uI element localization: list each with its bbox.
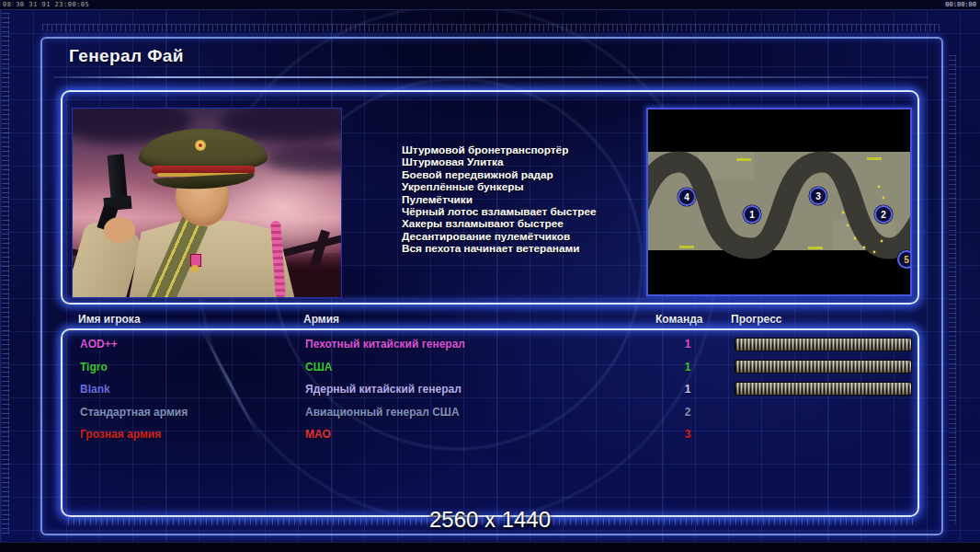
abilities-list: Штурмовой бронетранспортёр Штурмовая Ули…	[402, 144, 650, 256]
resolution-label: 2560 x 1440	[0, 507, 980, 533]
player-army: Пехотный китайский генерал	[305, 338, 465, 351]
player-army: США	[305, 361, 332, 374]
column-header-army: Армия	[303, 313, 339, 326]
title-divider	[53, 76, 929, 78]
svg-text:4: 4	[684, 192, 689, 202]
column-header-team: Команда	[655, 313, 702, 326]
svg-text:5: 5	[904, 255, 909, 265]
top-status-strip	[0, 0, 980, 10]
svg-text:3: 3	[815, 191, 821, 201]
player-team: 1	[674, 361, 701, 374]
portrait-hand	[104, 217, 135, 243]
player-team: 2	[674, 406, 701, 419]
player-team: 1	[674, 383, 701, 396]
player-name: Blank	[80, 383, 110, 396]
minimap-image: 4 1 3 2 5	[648, 109, 910, 294]
ability-item: Боевой передвижной радар	[402, 169, 650, 181]
progress-bar	[735, 382, 912, 396]
spawn-marker-1: 1	[743, 205, 762, 224]
ability-item: Чёрный лотос взламывает быстрее	[402, 206, 650, 218]
spawn-marker-3: 3	[809, 187, 828, 206]
page-title: Генерал Фай	[69, 46, 184, 66]
player-army: Ядерный китайский генерал	[305, 383, 462, 396]
player-team: 3	[674, 428, 701, 441]
column-header-name: Имя игрока	[78, 313, 141, 326]
minimap: 4 1 3 2 5	[646, 108, 912, 296]
player-name: AOD++	[80, 338, 118, 351]
player-name: Стандартная армия	[80, 406, 188, 419]
spawn-marker-4: 4	[678, 188, 697, 207]
player-name: Tigro	[80, 361, 108, 374]
ability-item: Пулемётчики	[402, 194, 650, 206]
top-ruler	[42, 24, 940, 31]
ability-item: Хакеры взламывают быстрее	[402, 218, 650, 230]
ability-item: Штурмовой бронетранспортёр	[402, 144, 650, 156]
spawn-marker-2: 2	[874, 205, 894, 224]
players-table: AOD++ Пехотный китайский генерал 1 Tigro…	[61, 328, 919, 517]
debug-counter-text: 08 30 31 91 23:00:05	[3, 1, 89, 9]
timer-text: 00:00:00	[945, 1, 976, 9]
general-portrait	[72, 108, 342, 298]
player-army: МАО	[305, 428, 331, 441]
progress-bar	[735, 338, 912, 351]
player-name: Грозная армия	[80, 428, 161, 441]
loading-screen: 08 30 31 91 23:00:05 00:00:00 Генерал Фа…	[0, 0, 980, 552]
progress-bar	[735, 360, 912, 374]
svg-text:1: 1	[749, 210, 755, 220]
bottom-status-strip	[0, 542, 980, 552]
player-army: Авиационный генерал США	[305, 406, 460, 419]
player-team: 1	[674, 338, 701, 351]
cap-badge-dot	[199, 144, 202, 147]
right-ruler	[949, 55, 956, 524]
ability-item: Укреплённые бункеры	[402, 181, 650, 193]
ability-item: Вся пехота начинает ветеранами	[402, 243, 650, 255]
ability-item: Штурмовая Улитка	[402, 156, 650, 168]
column-header-progress: Прогресс	[731, 313, 781, 326]
svg-text:2: 2	[881, 210, 886, 220]
ability-item: Десантирование пулемётчиков	[402, 231, 650, 243]
medal-star-icon	[191, 265, 199, 272]
left-ruler	[2, 13, 9, 534]
